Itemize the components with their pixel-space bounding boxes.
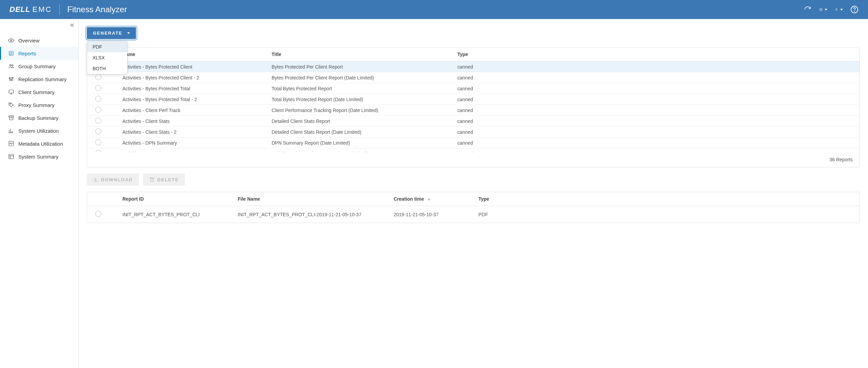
reports-table-scroll[interactable]: Name Title Type Activities - Bytes Prote… — [87, 48, 860, 152]
reports-table: Name Title Type Activities - Bytes Prote… — [87, 48, 860, 152]
sidebar-item-label: Client Summary — [18, 89, 55, 95]
table-row[interactable]: INIT_RPT_ACT_BYTES_PROT_CLIINIT_RPT_ACT_… — [87, 206, 860, 223]
refresh-icon[interactable] — [804, 5, 812, 14]
table-row[interactable]: Activities - ExceptionsActivities w/ Exc… — [87, 148, 860, 152]
delete-button[interactable]: DELETE — [143, 173, 185, 186]
cell-name: Activities - Client Stats - 2 — [114, 127, 263, 137]
svg-rect-21 — [9, 116, 14, 117]
cell-title: Detailed Client Stats Report (Date Limit… — [263, 127, 449, 137]
cell-name: Activities - Client Perf Track — [114, 105, 263, 116]
cell-type: canned — [449, 72, 860, 83]
settings-icon[interactable] — [819, 5, 827, 14]
table-row[interactable]: Activities - Bytes Protected Total - 2To… — [87, 94, 860, 105]
svg-point-10 — [12, 65, 13, 66]
logo-emc: EMC — [32, 5, 52, 14]
sidebar-item-overview[interactable]: Overview — [0, 34, 78, 47]
generated-table-card: Report ID File Name Creation time ▼ Type… — [87, 192, 860, 223]
download-button-label: DOWNLOAD — [101, 177, 133, 182]
row-radio[interactable] — [95, 74, 101, 80]
cell-title: Bytes Protected Per Client Report — [263, 61, 449, 72]
svg-rect-28 — [9, 154, 14, 159]
cell-name: Activities - Exceptions — [114, 148, 263, 152]
table-row[interactable]: Activities - Client StatsDetailed Client… — [87, 116, 860, 127]
sidebar-item-proxy-summary[interactable]: Proxy Summary — [0, 98, 78, 111]
svg-point-3 — [854, 11, 854, 11]
generate-option-xlsx[interactable]: XLSX — [87, 52, 127, 63]
table-row[interactable]: Activities - Bytes Protected ClientBytes… — [87, 61, 860, 72]
cell-title: DPN Summary Report (Date Limited) — [263, 137, 449, 148]
sidebar-item-system-utilization[interactable]: System Utilization — [0, 124, 78, 137]
row-radio[interactable] — [95, 128, 101, 134]
table-row[interactable]: Activities - Client Stats - 2Detailed Cl… — [87, 127, 860, 137]
column-report-id[interactable]: Report ID — [114, 192, 230, 206]
users-icon — [8, 63, 14, 69]
user-icon[interactable] — [835, 5, 843, 14]
download-icon — [93, 177, 98, 182]
sidebar-item-label: Group Summary — [18, 63, 56, 69]
cell-type: canned — [449, 94, 860, 105]
generate-button[interactable]: GENERATE — [87, 27, 136, 39]
column-type2[interactable]: Type — [470, 192, 860, 206]
collapse-sidebar-icon[interactable] — [70, 22, 75, 29]
cell-name: Activities - Client Stats — [114, 116, 263, 127]
cell-title: Client Performance Tracking Report (Date… — [263, 105, 449, 116]
row-radio[interactable] — [95, 96, 101, 102]
generate-option-pdf[interactable]: PDF — [87, 41, 127, 52]
table-row[interactable]: Activities - Client Perf TrackClient Per… — [87, 105, 860, 116]
sidebar-item-system-summary[interactable]: System Summary — [0, 150, 78, 163]
column-select — [87, 192, 114, 206]
archive-icon — [8, 115, 14, 121]
row-radio[interactable] — [95, 107, 101, 113]
column-creation-time[interactable]: Creation time ▼ — [386, 192, 470, 206]
sidebar-item-backup-summary[interactable]: Backup Summary — [0, 111, 78, 124]
sidebar-item-metadata-utilization[interactable]: Metadata Utilization — [0, 137, 78, 150]
logo-dell: DELL — [9, 5, 30, 14]
row-radio[interactable] — [95, 117, 101, 124]
table-row[interactable]: Activities - Bytes Protected TotalTotal … — [87, 83, 860, 94]
sidebar-item-label: Overview — [18, 38, 40, 43]
row-radio[interactable] — [95, 85, 101, 91]
column-name[interactable]: Name — [114, 48, 263, 61]
generate-option-both[interactable]: BOTH — [87, 63, 127, 74]
generate-dropdown: PDFXLSXBOTH — [87, 41, 127, 74]
svg-point-9 — [10, 65, 12, 66]
chevron-down-icon — [825, 9, 827, 11]
download-button[interactable]: DOWNLOAD — [87, 173, 139, 186]
column-type[interactable]: Type — [449, 48, 860, 61]
svg-point-0 — [821, 9, 822, 10]
sliders-icon — [8, 76, 14, 82]
eye-icon — [8, 37, 14, 43]
svg-point-1 — [836, 8, 837, 10]
reports-table-card: Name Title Type Activities - Bytes Prote… — [87, 47, 860, 167]
reports-table-footer: 36 Reports — [87, 152, 860, 167]
header-divider — [59, 4, 60, 15]
cell-title: Total Bytes Protected Report — [263, 83, 449, 94]
sidebar-item-client-summary[interactable]: Client Summary — [0, 86, 78, 98]
app-title: Fitness Analyzer — [67, 5, 127, 14]
column-title[interactable]: Title — [263, 48, 449, 61]
help-icon[interactable] — [850, 5, 859, 14]
cell-title: Bytes Protected Per Client Report (Date … — [263, 72, 449, 83]
row-radio[interactable] — [95, 211, 101, 217]
chevron-down-icon — [840, 9, 843, 11]
bar-chart-icon — [8, 128, 14, 134]
svg-point-4 — [11, 40, 12, 41]
row-radio[interactable] — [95, 150, 101, 152]
table-row[interactable]: Activities - DPN SummaryDPN Summary Repo… — [87, 137, 860, 148]
cell-type: PDF — [470, 206, 860, 223]
table-row[interactable]: Activities - Bytes Protected Client - 2B… — [87, 72, 860, 83]
sidebar: OverviewReportsGroup SummaryReplication … — [0, 19, 79, 368]
cell-type: canned — [449, 127, 860, 137]
sidebar-item-group-summary[interactable]: Group Summary — [0, 60, 78, 73]
sidebar-item-label: System Utilization — [18, 128, 59, 134]
sidebar-item-replication-summary[interactable]: Replication Summary — [0, 73, 78, 86]
cell-name: Activities - DPN Summary — [114, 137, 263, 148]
brand-logo: DELL EMC — [9, 5, 52, 14]
column-file-name[interactable]: File Name — [230, 192, 386, 206]
cell-name: Activities - Bytes Protected Total - 2 — [114, 94, 263, 105]
sidebar-item-reports[interactable]: Reports — [0, 47, 78, 60]
row-radio[interactable] — [95, 139, 101, 145]
sidebar-item-label: Proxy Summary — [18, 102, 55, 108]
cell-title: Activities w/ Exceptions Report (Date Li… — [263, 148, 449, 152]
sidebar-item-label: System Summary — [18, 154, 58, 160]
